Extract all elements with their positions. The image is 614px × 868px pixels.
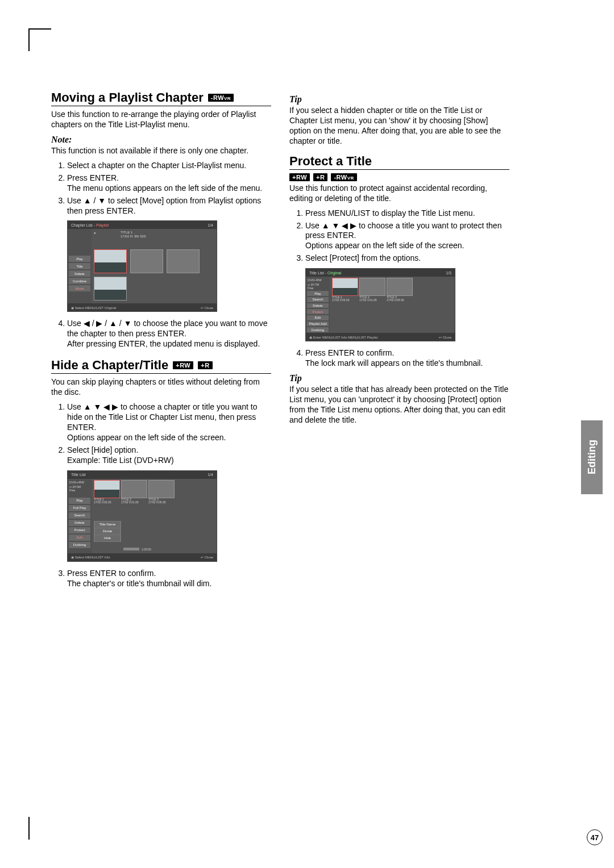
steps-list-cont: Press ENTER to confirm. The chapter's or…	[51, 569, 271, 589]
steps-list: Select a chapter on the Chapter List-Pla…	[51, 161, 271, 216]
menu-play[interactable]: Play	[69, 256, 90, 262]
step: Select [Protect] from the options.	[305, 253, 509, 264]
title-thumb[interactable]	[359, 278, 385, 296]
screenshot-title-list-original: Title List - Original 1/3 DVD-RW ⊙ 2H 7M…	[305, 268, 455, 341]
menu-search[interactable]: Search	[307, 297, 329, 302]
menu-search[interactable]: Search	[69, 512, 90, 519]
divider	[289, 169, 509, 170]
section-tab-editing: Editing	[581, 420, 603, 494]
right-column: Tip If you select a hidden chapter or ti…	[289, 91, 509, 593]
screenshot-chapter-list-playlist: Chapter List - Playlist 1/4 Play Title D…	[67, 220, 217, 312]
menu-edit[interactable]: Edit	[69, 535, 90, 541]
step: Press ENTER. The menu options appears on…	[67, 173, 271, 194]
crop-mark	[28, 817, 30, 840]
menu-move[interactable]: Move	[69, 285, 90, 291]
heading-protect-title: Protect a Title	[289, 155, 509, 168]
heading-moving-playlist-chapter: Moving a Playlist Chapter -RWVR	[51, 91, 271, 105]
tip-body: If you select a hidden chapter or title …	[289, 106, 509, 147]
title-thumb[interactable]	[332, 278, 358, 296]
badge-rwvr: -RWVR	[208, 94, 234, 102]
menu-protect[interactable]: Protect	[69, 527, 90, 533]
screenshot-title-list-dvdrw: Title List 1/4 DVD+RW ⊙ 2H 0M Free Play …	[67, 470, 217, 562]
intro-paragraph: Use this function to re-arrange the play…	[51, 110, 271, 130]
menu-playlist-add[interactable]: Playlist Add	[307, 322, 329, 327]
divider	[51, 106, 271, 106]
step: Select a chapter on the Chapter List-Pla…	[67, 161, 271, 171]
step: Press MENU/LIST to display the Title Lis…	[305, 208, 509, 219]
tip-body: If you select a title that has already b…	[289, 385, 509, 425]
title-thumb[interactable]	[148, 480, 175, 498]
intro-paragraph: You can skip playing chapters or titles …	[51, 377, 271, 398]
menu-delete[interactable]: Delete	[69, 270, 90, 277]
menu-combine[interactable]: Combine	[69, 278, 90, 284]
title-thumb[interactable]	[387, 278, 413, 296]
steps-list: Press MENU/LIST to display the Title Lis…	[289, 208, 509, 264]
tip-label: Tip	[289, 94, 509, 105]
heading-hide-chapter-title: Hide a Chapter/Title +RW +R	[51, 358, 271, 372]
menu-delete[interactable]: Delete	[69, 520, 90, 526]
menu-protect[interactable]: Protect	[307, 309, 329, 314]
menu-title[interactable]: Title	[69, 263, 90, 269]
chapter-thumb[interactable]	[94, 277, 127, 301]
steps-list-cont: Use ◀ / ▶ / ▲ / ▼ to choose the place yo…	[51, 319, 271, 349]
steps-list-cont: Press ENTER to confirm. The lock mark wi…	[289, 348, 509, 369]
tip-label: Tip	[289, 373, 509, 383]
badge-plusr: +R	[313, 173, 327, 181]
menu-dubbing[interactable]: Dubbing	[307, 327, 329, 332]
heading-text: Protect a Title	[289, 155, 372, 168]
chapter-thumb[interactable]	[130, 249, 163, 273]
title-thumb[interactable]	[94, 480, 120, 498]
step: Press ENTER to confirm. The chapter's or…	[67, 569, 271, 589]
crop-mark	[28, 28, 30, 51]
menu-play[interactable]: Play	[307, 291, 329, 296]
left-column: Moving a Playlist Chapter -RWVR Use this…	[51, 91, 271, 593]
page-number: 47	[587, 829, 603, 845]
menu-full-play[interactable]: Full Play	[69, 505, 90, 511]
step: Use ▲ ▼ ◀ ▶ to choose a title you want t…	[305, 221, 509, 252]
step: Use ▲ / ▼ to select [Move] option from P…	[67, 196, 271, 216]
chapter-thumb[interactable]	[94, 249, 127, 273]
badge-plusr: +R	[198, 361, 212, 369]
intro-paragraph: Use this function to protect against acc…	[289, 183, 509, 204]
step: Use ▲ ▼ ◀ ▶ to choose a chapter or title…	[67, 402, 271, 443]
note-body: This function is not available if there …	[51, 146, 271, 156]
badge-plusrw: +RW	[173, 361, 193, 369]
note-label: Note:	[51, 135, 271, 145]
heading-text: Hide a Chapter/Title	[51, 358, 168, 372]
step: Use ◀ / ▶ / ▲ / ▼ to choose the place yo…	[67, 319, 271, 349]
chapter-thumb[interactable]	[167, 249, 200, 273]
badge-rwvr: -RWVR	[331, 173, 356, 181]
divider	[51, 373, 271, 374]
step: Select [Hide] option. Example: Title Lis…	[67, 445, 271, 466]
menu-delete[interactable]: Delete	[307, 303, 329, 308]
steps-list: Use ▲ ▼ ◀ ▶ to choose a chapter or title…	[51, 402, 271, 465]
menu-edit[interactable]: Edit	[307, 315, 329, 320]
badge-plusrw: +RW	[289, 173, 310, 181]
crop-mark	[28, 28, 51, 30]
step: Press ENTER to confirm. The lock mark wi…	[305, 348, 509, 369]
menu-dubbing[interactable]: Dubbing	[69, 542, 90, 548]
title-thumb[interactable]	[121, 480, 147, 498]
heading-text: Moving a Playlist Chapter	[51, 91, 204, 105]
menu-play[interactable]: Play	[69, 498, 90, 504]
